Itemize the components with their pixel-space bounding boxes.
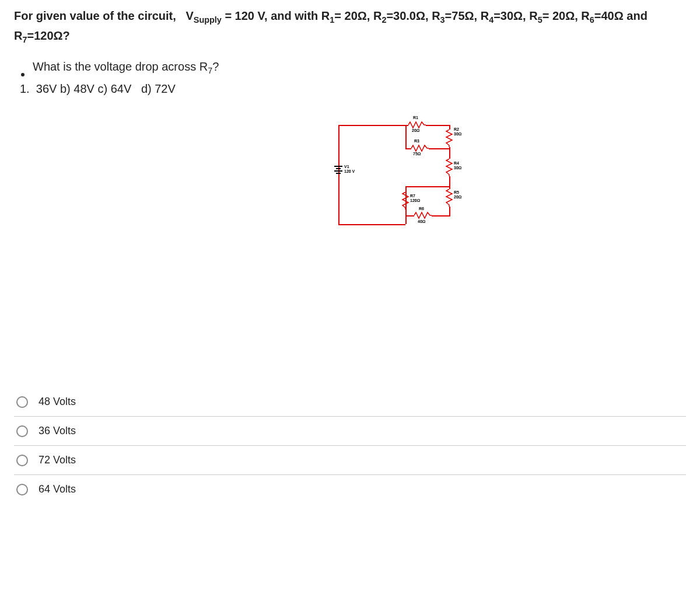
r7-name: R7 xyxy=(410,194,415,198)
r2-value: 30Ω xyxy=(454,132,461,137)
r3-name: R3 xyxy=(414,139,419,144)
choice-option[interactable]: 64 Volts xyxy=(14,475,686,504)
r4-name: R4 xyxy=(454,161,459,166)
r1-name: R1 xyxy=(413,116,418,120)
r4-value: 30Ω xyxy=(454,166,461,170)
choice-option[interactable]: 72 Volts xyxy=(14,446,686,475)
choice-label: 64 Volts xyxy=(38,483,76,495)
r5-name: R5 xyxy=(454,190,459,195)
radio-icon xyxy=(16,484,28,495)
inline-options-text: 36V b) 48V c) 64V d) 72V xyxy=(36,82,176,95)
choice-option[interactable]: 48 Volts xyxy=(14,387,686,417)
resistor-r4 xyxy=(445,159,453,176)
choice-label: 72 Volts xyxy=(38,454,76,466)
resistor-r6 xyxy=(414,211,432,219)
resistor-r7 xyxy=(401,192,410,210)
r6-value: 40Ω xyxy=(418,219,425,224)
choice-label: 48 Volts xyxy=(38,396,76,408)
choice-option[interactable]: 36 Volts xyxy=(14,417,686,446)
bullet-icon xyxy=(21,73,24,76)
circuit-diagram: V1 120 V R1 20Ω R2 30Ω R3 75Ω R4 xyxy=(332,119,484,236)
inline-option-prefix: 1. xyxy=(20,82,30,95)
radio-icon xyxy=(16,425,28,437)
r3-value: 75Ω xyxy=(413,152,421,156)
resistor-r3 xyxy=(411,144,429,152)
answer-choices: 48 Volts 36 Volts 72 Volts 64 Volts xyxy=(14,387,686,504)
r5-value: 20Ω xyxy=(454,195,461,200)
resistor-r2 xyxy=(445,130,453,147)
question-prompt: For given value of the circuit, VSupply … xyxy=(14,7,686,46)
r7-value: 120Ω xyxy=(410,198,420,203)
sub-question: What is the voltage drop across R7? xyxy=(33,60,219,75)
radio-icon xyxy=(16,396,28,408)
resistor-r5 xyxy=(445,189,453,207)
choice-label: 36 Volts xyxy=(38,425,76,437)
r2-name: R2 xyxy=(454,127,459,132)
resistor-r1 xyxy=(408,121,426,129)
radio-icon xyxy=(16,455,28,466)
r1-value: 20Ω xyxy=(412,128,419,133)
r6-name: R6 xyxy=(419,207,424,211)
source-value: 120 V xyxy=(344,169,355,173)
source-name: V1 xyxy=(344,165,349,169)
